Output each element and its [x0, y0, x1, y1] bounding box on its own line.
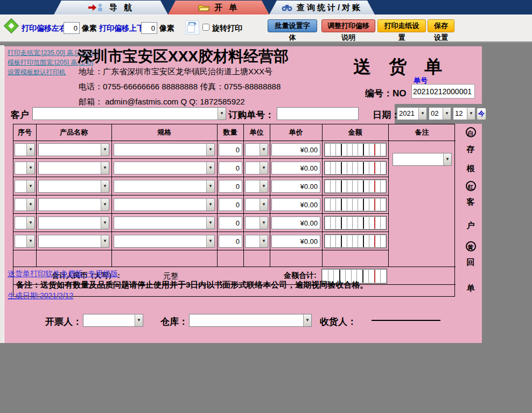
price-input[interactable]	[271, 143, 320, 156]
spec-combo[interactable]: ▼	[114, 162, 215, 174]
spec-combo[interactable]: ▼	[114, 143, 215, 156]
warehouse-combo[interactable]: ▼	[189, 314, 312, 327]
company-name: 深圳市宝安区XXX胶材料经营部	[78, 46, 289, 67]
qty-input[interactable]	[219, 235, 242, 248]
chevron-down-icon[interactable]: ▼	[101, 235, 109, 247]
chevron-down-icon[interactable]: ▼	[26, 217, 34, 229]
chevron-down-icon[interactable]: ▼	[26, 180, 34, 192]
doc-no-input[interactable]	[411, 84, 475, 99]
seq-combo[interactable]: ▼	[15, 162, 35, 174]
tab-label-navigation: 导 航	[109, 3, 134, 13]
unit-combo[interactable]: ▼	[245, 143, 268, 156]
template-version-link[interactable]: 送货单打印软件免费版--专用模版	[8, 269, 118, 279]
table-row: ▼▼▼▼	[13, 141, 456, 159]
chevron-down-icon[interactable]: ▼	[467, 108, 475, 120]
default-printer-link[interactable]: 设置模板默认打印机	[8, 68, 66, 77]
chevron-down-icon[interactable]: ▼	[303, 314, 311, 326]
chevron-down-icon[interactable]: ▼	[206, 180, 214, 192]
product-name-combo[interactable]: ▼	[38, 198, 109, 211]
unit-combo[interactable]: ▼	[245, 180, 268, 193]
product-name-combo[interactable]: ▼	[38, 180, 109, 193]
seq-combo[interactable]: ▼	[15, 198, 35, 211]
chevron-down-icon[interactable]: ▼	[206, 217, 214, 229]
receiver-signature-line	[372, 320, 440, 321]
paper-setup-button[interactable]: 打印走纸设置	[377, 19, 426, 32]
qty-input[interactable]	[219, 180, 242, 193]
spec-combo[interactable]: ▼	[114, 198, 215, 211]
seq-combo[interactable]: ▼	[15, 216, 35, 229]
unit-combo[interactable]: ▼	[245, 198, 268, 211]
qty-input[interactable]	[219, 216, 242, 229]
chevron-down-icon[interactable]: ▼	[101, 144, 109, 156]
price-input[interactable]	[271, 216, 320, 229]
qty-input[interactable]	[219, 143, 242, 156]
date-year-combo[interactable]: 2021▼	[397, 107, 427, 120]
unit-combo[interactable]: ▼	[245, 162, 268, 174]
spec-combo[interactable]: ▼	[114, 180, 215, 193]
chevron-down-icon[interactable]: ▼	[260, 235, 268, 247]
chevron-down-icon[interactable]: ▼	[101, 217, 109, 229]
product-name-combo[interactable]: ▼	[38, 235, 109, 248]
unit-combo[interactable]: ▼	[245, 216, 268, 229]
chevron-down-icon[interactable]: ▼	[101, 180, 109, 192]
chevron-down-icon[interactable]: ▼	[206, 235, 214, 247]
spec-combo[interactable]: ▼	[114, 216, 215, 229]
chevron-down-icon[interactable]: ▼	[260, 162, 268, 174]
chevron-down-icon[interactable]: ▼	[443, 108, 451, 120]
unit-combo[interactable]: ▼	[245, 235, 268, 248]
batch-font-button[interactable]: 批量设置字体	[268, 19, 317, 32]
copy-legend-char: 户	[461, 221, 480, 231]
chevron-down-icon[interactable]: ▼	[260, 180, 268, 192]
chevron-down-icon[interactable]: ▼	[260, 144, 268, 156]
chevron-down-icon[interactable]: ▼	[218, 108, 226, 120]
chevron-down-icon[interactable]: ▼	[26, 144, 34, 156]
chevron-down-icon[interactable]: ▼	[26, 199, 34, 211]
chevron-down-icon[interactable]: ▼	[443, 153, 451, 165]
chevron-down-icon[interactable]: ▼	[101, 199, 109, 211]
price-input[interactable]	[271, 162, 320, 174]
offset-ud-input[interactable]	[141, 22, 157, 34]
company-phone: 电话：0755-66666666 88888888 传真：0755-888888…	[79, 82, 281, 92]
price-input[interactable]	[271, 235, 320, 248]
copy-color-icon: 红	[461, 181, 480, 191]
remark-combo[interactable]: ▼	[393, 153, 452, 166]
today-button[interactable]: 今	[477, 108, 486, 120]
seq-combo[interactable]: ▼	[15, 235, 35, 248]
price-input[interactable]	[271, 198, 320, 211]
date-day-combo[interactable]: 12▼	[453, 107, 475, 120]
qty-input[interactable]	[219, 162, 242, 174]
tab-query-stats[interactable]: 查询统计/对账	[269, 1, 375, 15]
save-settings-button[interactable]: 保存设置	[428, 19, 454, 32]
spec-combo[interactable]: ▼	[114, 235, 215, 248]
order-no-input[interactable]	[277, 107, 359, 120]
tab-navigation[interactable]: 导 航	[54, 1, 168, 15]
customer-combo[interactable]: ▼	[32, 107, 226, 120]
chevron-down-icon[interactable]: ▼	[206, 144, 214, 156]
price-input[interactable]	[271, 180, 320, 193]
chevron-down-icon[interactable]: ▼	[26, 235, 34, 247]
amount-grid	[324, 216, 387, 230]
chevron-down-icon[interactable]: ▼	[418, 108, 426, 120]
tab-billing[interactable]: 开 单	[168, 1, 269, 15]
generated-date-link[interactable]: 生成日期:2021/2/12	[8, 291, 73, 301]
open-folder-icon	[198, 3, 210, 12]
seq-combo[interactable]: ▼	[15, 143, 35, 156]
offset-lr-input[interactable]	[64, 22, 80, 34]
product-name-combo[interactable]: ▼	[38, 162, 109, 174]
product-name-combo[interactable]: ▼	[38, 143, 109, 156]
product-name-combo[interactable]: ▼	[38, 216, 109, 229]
chevron-down-icon[interactable]: ▼	[101, 162, 109, 174]
qty-input[interactable]	[219, 198, 242, 211]
chevron-down-icon[interactable]: ▼	[135, 314, 143, 326]
chevron-down-icon[interactable]: ▼	[206, 162, 214, 174]
chevron-down-icon[interactable]: ▼	[206, 199, 214, 211]
date-month-combo[interactable]: 02▼	[429, 107, 451, 120]
issuer-combo[interactable]: ▼	[83, 314, 143, 327]
chevron-down-icon[interactable]: ▼	[26, 162, 34, 174]
seq-combo[interactable]: ▼	[15, 180, 35, 193]
offset-help-button[interactable]: 调整打印偏移说明	[321, 19, 375, 32]
chevron-down-icon[interactable]: ▼	[260, 217, 268, 229]
copy-legend-char: 客	[461, 197, 480, 207]
rotate-print-checkbox[interactable]	[202, 24, 209, 31]
chevron-down-icon[interactable]: ▼	[260, 199, 268, 211]
